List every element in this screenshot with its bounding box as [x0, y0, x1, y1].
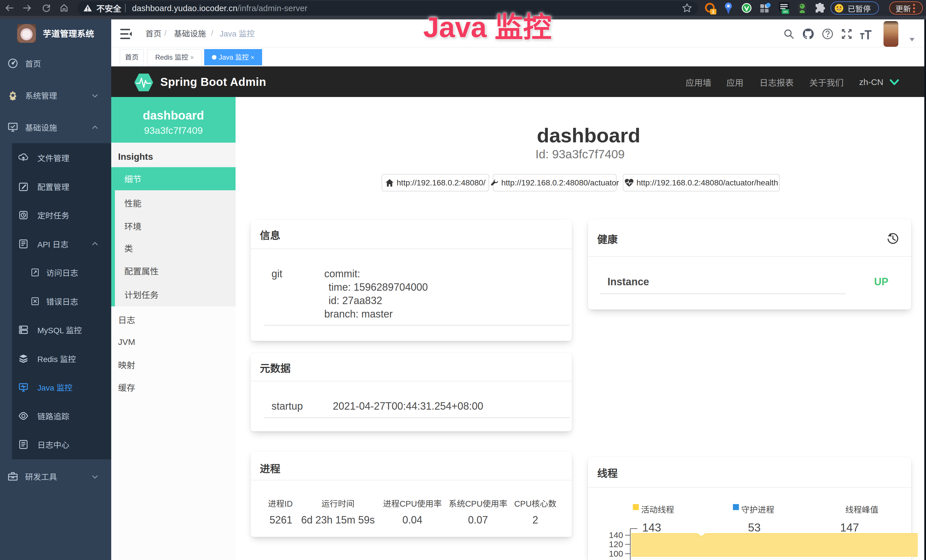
svg-text:140: 140	[609, 530, 623, 540]
svg-text:120: 120	[609, 539, 623, 549]
svg-text:on: on	[783, 9, 788, 14]
svg-text:1: 1	[712, 9, 714, 15]
svg-text:100: 100	[609, 549, 623, 558]
